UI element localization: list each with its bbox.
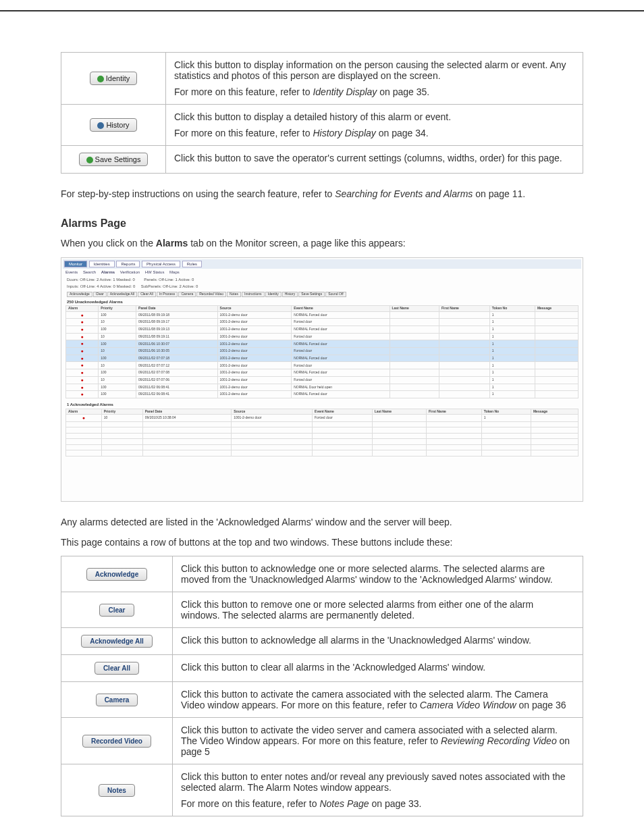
table-row[interactable]: ●10009/2011/02 06:08:411001-2-demo doorN… <box>66 391 579 398</box>
subtab-events[interactable]: Events <box>65 270 78 274</box>
button-table: Acknowledge Click this button to acknowl… <box>61 556 583 816</box>
unack-alarms-grid[interactable]: AlarmPriorityPanel DateSourceEvent NameL… <box>65 305 579 398</box>
table-row[interactable]: ●1009/2011/08 09:19:171001-2-demo doorFo… <box>66 319 579 326</box>
table-row[interactable]: ●1009/2011/06 10:30:051001-2-demo doorFo… <box>66 348 579 355</box>
table-cell: ● <box>66 369 99 377</box>
toolbar-button[interactable]: Notes <box>227 292 241 297</box>
button-label: History <box>106 121 129 129</box>
table-cell <box>535 362 578 369</box>
toolbar-button[interactable]: Identity <box>265 292 281 297</box>
toolbar-button[interactable]: Camera <box>178 292 196 297</box>
toolbar-button[interactable]: History <box>282 292 298 297</box>
subtab-maps[interactable]: Maps <box>169 270 180 274</box>
unack-alarms-header: 250 Unacknowledged Alarms <box>63 298 581 306</box>
tab-reports[interactable]: Reports <box>116 261 140 268</box>
table-cell: ● <box>66 362 99 369</box>
table-cell: 1001-2-demo door <box>217 340 292 348</box>
reference-link: Notes Page <box>319 798 369 809</box>
table-cell: Forced door <box>292 333 390 340</box>
acknowledge-all-button[interactable]: Acknowledge All <box>81 635 153 648</box>
main-tab-bar: Monitor Identities Reports Physical Acce… <box>63 259 581 269</box>
acknowledge-button[interactable]: Acknowledge <box>86 568 147 581</box>
camera-button[interactable]: Camera <box>96 694 138 706</box>
table-row: Clear Click this button to remove one or… <box>61 592 583 628</box>
tab-physical-access[interactable]: Physical Access <box>142 261 180 268</box>
subtab-alarms[interactable]: Alarms <box>101 270 115 274</box>
subtab-search[interactable]: Search <box>83 270 96 274</box>
table-cell <box>390 311 439 319</box>
column-header[interactable]: Token No <box>489 306 535 312</box>
notes-button[interactable]: Notes <box>99 784 135 797</box>
toolbar-button[interactable]: Clear All <box>138 292 156 297</box>
table-cell: 10 <box>99 319 136 326</box>
column-header[interactable]: Last Name <box>390 306 439 312</box>
description-text: Click this button to display information… <box>174 59 574 81</box>
clear-button[interactable]: Clear <box>99 604 134 617</box>
table-cell: NORMAL Forced door <box>292 340 390 348</box>
subtab-verification[interactable]: Verification <box>120 270 140 274</box>
reference-link: Reviewing Recording Video <box>441 735 557 746</box>
clear-all-button[interactable]: Clear All <box>95 662 139 675</box>
identity-button[interactable]: Identity <box>90 72 137 85</box>
column-header[interactable]: Alarm <box>66 306 99 312</box>
toolbar-button[interactable]: Acknowledge All <box>107 292 137 297</box>
column-header[interactable]: Priority <box>101 409 142 415</box>
column-header[interactable]: Message <box>531 409 578 415</box>
table-cell: 1 <box>481 415 531 422</box>
ack-alarms-grid[interactable]: AlarmPriorityPanel DateSourceEvent NameL… <box>65 409 579 457</box>
table-cell: 1001-2-demo door <box>217 384 292 391</box>
column-header[interactable]: Panel Date <box>142 409 232 415</box>
table-cell <box>427 415 482 422</box>
table-cell <box>535 348 578 355</box>
subtab-hw-status[interactable]: HW Status <box>145 270 165 274</box>
table-cell: 1 <box>489 355 535 362</box>
column-header[interactable]: Source <box>232 409 313 415</box>
recorded-video-button[interactable]: Recorded Video <box>82 735 151 748</box>
column-header[interactable]: Source <box>217 306 292 312</box>
toolbar-button[interactable]: Recorded Video <box>196 292 226 297</box>
table-cell: 1001-2-demo door <box>217 391 292 398</box>
toolbar-button[interactable]: Acknowledge <box>67 292 92 297</box>
column-header[interactable]: Message <box>535 306 578 312</box>
table-row: Notes Click this button to enter notes a… <box>61 764 583 816</box>
toolbar-button[interactable]: Clear <box>93 292 107 297</box>
column-header[interactable]: First Name <box>439 306 490 312</box>
table-row[interactable]: ●10009/2011/02 07:07:181001-2-demo doorN… <box>66 355 579 362</box>
history-button[interactable]: History <box>90 118 136 132</box>
table-cell: 1 <box>489 340 535 348</box>
table-row[interactable]: ●1009/2011/08 09:19:111001-2-demo doorFo… <box>66 333 579 340</box>
section-heading: Alarms Page <box>61 217 583 230</box>
table-row[interactable]: ●10009/2011/08 09:19:181001-2-demo doorN… <box>66 311 579 319</box>
toolbar-button[interactable]: Sound Off <box>325 292 346 297</box>
table-row[interactable]: ●1009/2011/02 07:07:121001-2-demo doorFo… <box>66 362 579 369</box>
tab-monitor[interactable]: Monitor <box>64 261 87 268</box>
tab-identities[interactable]: Identities <box>89 261 115 268</box>
column-header[interactable]: First Name <box>427 409 482 415</box>
table-row[interactable]: ●10009/2011/02 07:07:081001-2-demo doorN… <box>66 369 579 377</box>
column-header[interactable]: Panel Date <box>136 306 217 312</box>
column-header[interactable]: Event Name <box>313 409 373 415</box>
tab-roles[interactable]: Roles <box>182 261 202 268</box>
column-header[interactable]: Priority <box>99 306 136 312</box>
table-cell: 1 <box>489 348 535 355</box>
table-cell: 100 <box>99 391 136 398</box>
table-row[interactable]: ●10009/2011/06 10:30:071001-2-demo doorN… <box>66 340 579 348</box>
body-paragraph: This page contains a row of buttons at t… <box>61 536 583 549</box>
table-row[interactable]: ●1009/2011/02 07:07:061001-2-demo doorFo… <box>66 376 579 384</box>
column-header[interactable]: Alarm <box>66 409 102 415</box>
table-row: Acknowledge All Click this button to ack… <box>61 628 583 655</box>
toolbar-button[interactable]: In Process <box>157 292 178 297</box>
table-row[interactable]: ●1009/2010/25 10:38:041001-2-demo doorFo… <box>66 415 579 422</box>
column-header[interactable]: Token No <box>481 409 531 415</box>
column-header[interactable]: Last Name <box>372 409 426 415</box>
column-header[interactable]: Event Name <box>292 306 390 312</box>
table-row[interactable]: ●10009/2011/08 09:19:131001-2-demo doorN… <box>66 326 579 334</box>
table-row: History Click this button to display a d… <box>61 105 583 146</box>
save-settings-button[interactable]: Save Settings <box>79 153 149 166</box>
description-text: on page 34. <box>376 128 429 138</box>
toolbar-button[interactable]: Instructions <box>242 292 265 297</box>
table-row[interactable]: ●10009/2011/02 06:08:411001-2-demo doorN… <box>66 384 579 391</box>
toolbar-button[interactable]: Save Settings <box>298 292 325 297</box>
table-cell <box>439 369 490 377</box>
table-cell: 09/2011/02 07:07:18 <box>136 355 217 362</box>
